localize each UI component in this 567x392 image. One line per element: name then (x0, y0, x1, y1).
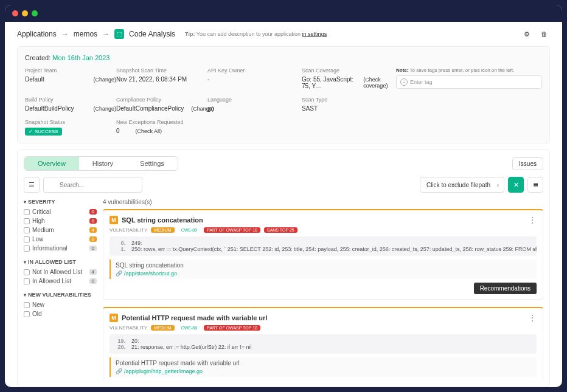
vuln-title[interactable]: Potential HTTP request made with variabl… (122, 314, 267, 322)
filter-newvuln-header[interactable]: ▾NEW VULNERABILITIES (24, 292, 97, 298)
filter-item-label: In Allowed List (32, 278, 71, 284)
change-buildpolicy-link[interactable]: (Change) (93, 106, 116, 112)
tab-settings[interactable]: Settings (127, 157, 178, 170)
cwe-tag[interactable]: CWE-89 (178, 227, 200, 233)
note-text: To save tags press enter, or plus icon o… (410, 67, 515, 73)
vuln-type-label: VULNERABILITY (110, 325, 147, 331)
code-text: 250: rows, err := tx.QueryContext(ctx, `… (131, 246, 537, 252)
meta-team-value: Default (25, 76, 44, 83)
filter-severity-header[interactable]: ▾SEVERITY (24, 199, 97, 205)
recommendations-button[interactable]: Recommendations (474, 283, 537, 294)
checkbox-icon[interactable] (24, 269, 30, 275)
filter-item[interactable]: Critical0 (24, 207, 97, 216)
meta-language-value: go (207, 105, 302, 112)
filter-item[interactable]: New (24, 300, 97, 309)
checkbox-icon[interactable] (24, 227, 30, 233)
vulnerability-card: MSQL string concatenation⋮VULNERABILITYM… (103, 209, 543, 300)
filter-item-label: New (32, 301, 44, 308)
created-date: Mon 16th Jan 2023 (52, 54, 110, 61)
filter-item-label: Critical (32, 208, 51, 215)
meta-team-label: Project Team (25, 67, 116, 74)
code-snippet: 0.249:1.250: rows, err := tx.QueryContex… (110, 236, 537, 256)
checkbox-icon[interactable] (24, 209, 30, 215)
filter-allowed-header[interactable]: ▾IN ALLOWED LIST (24, 259, 97, 265)
severity-box: M (110, 314, 118, 322)
main-area: Overview History Settings Issues ☰ Click… (17, 150, 550, 387)
line-number: 0. (114, 240, 125, 246)
caret-down-icon: ▾ (24, 199, 26, 205)
tip-prefix: Tip: (185, 31, 195, 37)
filter-icon[interactable]: ☰ (24, 177, 40, 193)
more-icon[interactable]: ⋮ (528, 215, 537, 225)
file-link[interactable]: 🔗/app/plugin/http_getter/image.go (116, 368, 532, 374)
layers-icon[interactable]: ≣ (527, 177, 543, 193)
count-badge: 4 (89, 227, 97, 233)
count-badge: 0 (89, 278, 97, 284)
severity-tag: MEDIUM (151, 325, 174, 331)
filter-item[interactable]: In Allowed List0 (24, 277, 97, 286)
meta-compliance-label: Compliance Policy (116, 97, 207, 103)
tags-note: Note: To save tags press enter, or plus … (396, 67, 542, 73)
trash-icon[interactable]: 🗑 (538, 28, 550, 40)
top-bar: Applications → memos → ⬚ Code Analysis T… (5, 22, 562, 46)
check-all-link[interactable]: (Check All) (136, 128, 162, 134)
meta-compliance-value: DefaultCompliancePolicy (116, 105, 184, 112)
filter-item[interactable]: Low0 (24, 235, 97, 244)
checkbox-icon[interactable] (24, 311, 30, 317)
cwe-tag[interactable]: CWE-88 (178, 325, 200, 331)
filter-item[interactable]: Not In Allowed List4 (24, 267, 97, 277)
checkbox-icon[interactable] (24, 246, 30, 252)
tab-history[interactable]: History (79, 157, 127, 170)
checkbox-icon[interactable] (24, 218, 30, 224)
window-titlebar (5, 5, 562, 22)
tag-placeholder: Enter tag (410, 79, 433, 85)
filter-item[interactable]: Informational0 (24, 244, 97, 253)
more-icon[interactable]: ⋮ (528, 313, 537, 323)
issues-button[interactable]: Issues (512, 157, 543, 170)
gear-icon[interactable]: ⚙ (521, 28, 533, 40)
tab-overview[interactable]: Overview (24, 157, 79, 170)
filter-item-label: Low (32, 236, 43, 242)
file-link[interactable]: 🔗/app/store/shortcut.go (116, 270, 532, 277)
tags-row: VULNERABILITYMEDIUMCWE-88PART OF OWASP T… (110, 325, 537, 331)
vulnerability-card: MPotential HTTP request made with variab… (103, 307, 543, 380)
checkbox-icon[interactable] (24, 278, 30, 284)
filter-newvuln-label: NEW VULNERABILITIES (28, 292, 91, 298)
plus-icon[interactable]: + (400, 78, 408, 86)
breadcrumb-app[interactable]: memos (74, 30, 97, 38)
caret-down-icon: ▾ (24, 292, 26, 298)
exclude-filepath-button[interactable]: Click to exclude filepath (420, 177, 504, 193)
code-text: 20: (131, 338, 139, 344)
checkbox-icon[interactable] (24, 236, 30, 242)
check-coverage-link[interactable]: (Check coverage) (363, 77, 396, 89)
maximize-dot[interactable] (32, 10, 38, 16)
filter-item[interactable]: High0 (24, 216, 97, 225)
breadcrumb-page: Code Analysis (129, 30, 175, 38)
tip-link[interactable]: in settings (302, 31, 327, 37)
created-label: Created: (25, 54, 50, 61)
count-badge: 0 (89, 246, 97, 251)
filter-item-label: Medium (32, 227, 54, 233)
owasp-tag: PART OF OWASP TOP 10 (204, 227, 260, 233)
code-snippet: 19.20:20.21: response, err := http.Get(u… (110, 334, 537, 354)
meta-coverage-value: Go: 55, JavaScript: 75, Y… (302, 76, 357, 89)
tag-input[interactable]: +Enter tag (396, 75, 542, 89)
change-team-link[interactable]: (Change) (93, 77, 116, 83)
minimize-dot[interactable] (22, 10, 28, 16)
description-text: SQL string concatenation (116, 262, 532, 269)
meta-status-label: Snapshot Status (25, 119, 116, 125)
filter-item[interactable]: Medium4 (24, 225, 97, 235)
export-icon[interactable]: ✕ (508, 177, 524, 193)
checkbox-icon[interactable] (24, 302, 30, 308)
meta-exceptions-label: New Exceptions Requested (116, 119, 396, 125)
count-badge: 4 (89, 269, 97, 275)
search-input[interactable] (43, 177, 142, 193)
meta-scantype-label: Scan Type (302, 97, 396, 103)
close-dot[interactable] (12, 10, 18, 16)
breadcrumb-applications[interactable]: Applications (17, 30, 57, 38)
tab-group: Overview History Settings (24, 156, 178, 171)
note-label: Note: (396, 67, 408, 73)
vuln-title[interactable]: SQL string concatenation (122, 216, 203, 224)
filter-item[interactable]: Old (24, 309, 97, 318)
sans-tag: SANS TOP 25 (264, 227, 297, 233)
